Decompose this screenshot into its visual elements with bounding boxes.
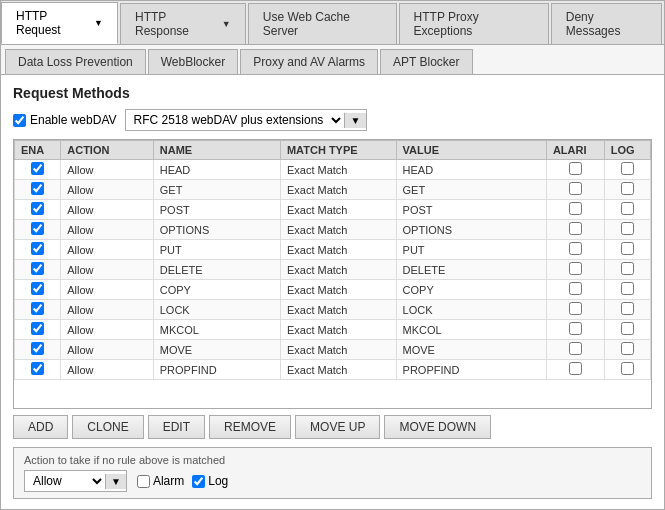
tab-proxy-exceptions[interactable]: HTTP Proxy Exceptions bbox=[399, 3, 549, 44]
row-name-cell: GET bbox=[153, 180, 280, 200]
alarm-checkbox[interactable] bbox=[137, 475, 150, 488]
row-alarm-checkbox[interactable] bbox=[569, 282, 582, 295]
col-header-ena: ENA bbox=[15, 141, 61, 160]
edit-button[interactable]: EDIT bbox=[148, 415, 205, 439]
row-value-cell: MOVE bbox=[396, 340, 546, 360]
tab-data-loss[interactable]: Data Loss Prevention bbox=[5, 49, 146, 74]
row-ena-checkbox[interactable] bbox=[31, 362, 44, 375]
row-log-checkbox[interactable] bbox=[621, 222, 634, 235]
row-log-cell bbox=[604, 180, 650, 200]
row-alarm-cell bbox=[546, 280, 604, 300]
row-log-cell bbox=[604, 260, 650, 280]
row-name-cell: PUT bbox=[153, 240, 280, 260]
footer-dropdown-btn[interactable]: ▼ bbox=[105, 474, 126, 489]
row-alarm-checkbox[interactable] bbox=[569, 322, 582, 335]
footer-checkboxes: Alarm Log bbox=[137, 474, 228, 488]
move-up-button[interactable]: MOVE UP bbox=[295, 415, 380, 439]
row-alarm-checkbox[interactable] bbox=[569, 242, 582, 255]
row-alarm-checkbox[interactable] bbox=[569, 222, 582, 235]
webdav-dropdown-btn[interactable]: ▼ bbox=[344, 113, 367, 128]
row-log-checkbox[interactable] bbox=[621, 362, 634, 375]
row-ena-checkbox[interactable] bbox=[31, 222, 44, 235]
row-log-cell bbox=[604, 300, 650, 320]
alarm-label-text: Alarm bbox=[153, 474, 184, 488]
row-ena-checkbox[interactable] bbox=[31, 202, 44, 215]
tab-apt-blocker-label: APT Blocker bbox=[393, 55, 459, 69]
webdav-checkbox[interactable] bbox=[13, 114, 26, 127]
row-log-checkbox[interactable] bbox=[621, 262, 634, 275]
tab-web-cache[interactable]: Use Web Cache Server bbox=[248, 3, 397, 44]
row-ena-checkbox[interactable] bbox=[31, 302, 44, 315]
tab-deny-messages[interactable]: Deny Messages bbox=[551, 3, 662, 44]
tab-proxy-av[interactable]: Proxy and AV Alarms bbox=[240, 49, 378, 74]
row-ena-checkbox[interactable] bbox=[31, 342, 44, 355]
row-alarm-checkbox[interactable] bbox=[569, 302, 582, 315]
row-alarm-checkbox[interactable] bbox=[569, 162, 582, 175]
row-value-cell: PROPFIND bbox=[396, 360, 546, 380]
webdav-select[interactable]: RFC 2518 webDAV plus extensions bbox=[126, 110, 344, 130]
row-alarm-checkbox[interactable] bbox=[569, 202, 582, 215]
row-name-cell: COPY bbox=[153, 280, 280, 300]
row-name-cell: DELETE bbox=[153, 260, 280, 280]
log-checkbox-label[interactable]: Log bbox=[192, 474, 228, 488]
row-action-cell: Allow bbox=[61, 360, 154, 380]
row-match-cell: Exact Match bbox=[280, 260, 396, 280]
row-name-cell: POST bbox=[153, 200, 280, 220]
row-ena-checkbox[interactable] bbox=[31, 322, 44, 335]
tab-http-request[interactable]: HTTP Request ▼ bbox=[1, 2, 118, 44]
webdav-row: Enable webDAV RFC 2518 webDAV plus exten… bbox=[13, 109, 652, 131]
row-ena-cell bbox=[15, 300, 61, 320]
alarm-checkbox-label[interactable]: Alarm bbox=[137, 474, 184, 488]
row-alarm-checkbox[interactable] bbox=[569, 262, 582, 275]
row-log-checkbox[interactable] bbox=[621, 162, 634, 175]
row-ena-cell bbox=[15, 220, 61, 240]
row-alarm-checkbox[interactable] bbox=[569, 362, 582, 375]
row-alarm-cell bbox=[546, 340, 604, 360]
tab-apt-blocker[interactable]: APT Blocker bbox=[380, 49, 472, 74]
row-name-cell: LOCK bbox=[153, 300, 280, 320]
row-log-checkbox[interactable] bbox=[621, 242, 634, 255]
table-row: AllowPUTExact MatchPUT bbox=[15, 240, 651, 260]
footer-title: Action to take if no rule above is match… bbox=[24, 454, 641, 466]
log-checkbox[interactable] bbox=[192, 475, 205, 488]
row-log-cell bbox=[604, 220, 650, 240]
row-value-cell: GET bbox=[396, 180, 546, 200]
row-log-checkbox[interactable] bbox=[621, 302, 634, 315]
row-alarm-checkbox[interactable] bbox=[569, 342, 582, 355]
row-log-checkbox[interactable] bbox=[621, 282, 634, 295]
tab-http-response[interactable]: HTTP Response ▼ bbox=[120, 3, 246, 44]
row-log-checkbox[interactable] bbox=[621, 202, 634, 215]
row-match-cell: Exact Match bbox=[280, 220, 396, 240]
row-ena-checkbox[interactable] bbox=[31, 182, 44, 195]
col-header-match: MATCH TYPE bbox=[280, 141, 396, 160]
row-ena-cell bbox=[15, 240, 61, 260]
row-log-checkbox[interactable] bbox=[621, 342, 634, 355]
row-match-cell: Exact Match bbox=[280, 340, 396, 360]
row-action-cell: Allow bbox=[61, 180, 154, 200]
row-alarm-checkbox[interactable] bbox=[569, 182, 582, 195]
remove-button[interactable]: REMOVE bbox=[209, 415, 291, 439]
tab-web-cache-label: Use Web Cache Server bbox=[263, 10, 350, 38]
row-ena-checkbox[interactable] bbox=[31, 262, 44, 275]
row-ena-checkbox[interactable] bbox=[31, 242, 44, 255]
move-down-button[interactable]: MOVE DOWN bbox=[384, 415, 491, 439]
row-match-cell: Exact Match bbox=[280, 160, 396, 180]
row-log-checkbox[interactable] bbox=[621, 182, 634, 195]
tab-proxy-av-label: Proxy and AV Alarms bbox=[253, 55, 365, 69]
row-ena-checkbox[interactable] bbox=[31, 282, 44, 295]
webdav-checkbox-label[interactable]: Enable webDAV bbox=[13, 113, 117, 127]
row-action-cell: Allow bbox=[61, 160, 154, 180]
add-button[interactable]: ADD bbox=[13, 415, 68, 439]
row-match-cell: Exact Match bbox=[280, 180, 396, 200]
row-match-cell: Exact Match bbox=[280, 240, 396, 260]
col-header-action: ACTION bbox=[61, 141, 154, 160]
footer-action-select[interactable]: Allow bbox=[25, 471, 105, 491]
row-ena-checkbox[interactable] bbox=[31, 162, 44, 175]
table-row: AllowGETExact MatchGET bbox=[15, 180, 651, 200]
row-alarm-cell bbox=[546, 180, 604, 200]
tab-data-loss-label: Data Loss Prevention bbox=[18, 55, 133, 69]
footer-action-wrapper: Allow ▼ bbox=[24, 470, 127, 492]
row-log-checkbox[interactable] bbox=[621, 322, 634, 335]
clone-button[interactable]: CLONE bbox=[72, 415, 143, 439]
tab-webblocker[interactable]: WebBlocker bbox=[148, 49, 238, 74]
